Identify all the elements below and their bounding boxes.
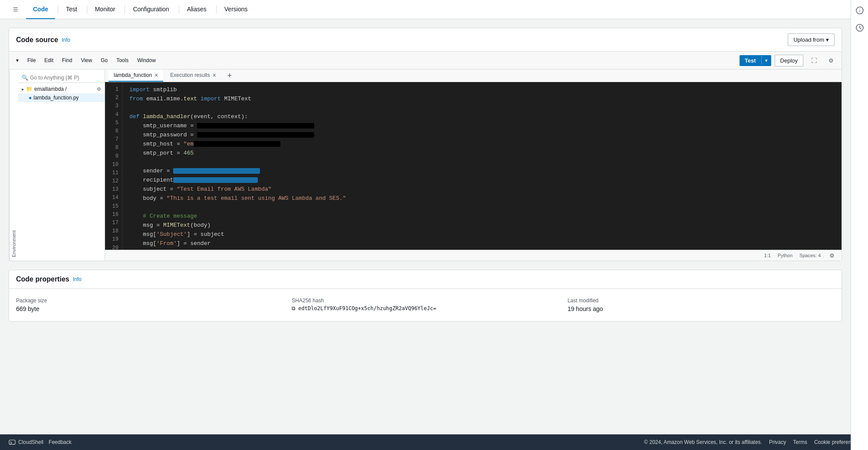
- tab-configuration[interactable]: Configuration: [126, 0, 176, 19]
- toolbar-right: Test ▾ Deploy ⛶ ⚙: [740, 53, 838, 67]
- file-icon: ●: [29, 95, 32, 101]
- file-name: lambda_function.py: [33, 95, 79, 101]
- nav-divider-1: [58, 5, 58, 14]
- sha256-text: edtDlo2LfY9XuF91COg+x5ch/hzuhgZR2aVQ96Yl…: [298, 305, 436, 311]
- folder-name: emaillambda /: [34, 86, 67, 92]
- code-source-title-text: Code source: [16, 36, 58, 44]
- collapse-btn[interactable]: ▾: [13, 56, 22, 65]
- cloudshell-item[interactable]: CloudShell: [9, 439, 43, 446]
- file-tree-wrapper: Environment 🔍 ▸ 📁 emaillambda / ⚙ ● l: [9, 69, 105, 261]
- tab-aliases[interactable]: Aliases: [180, 0, 214, 19]
- code-source-header: Code source Info Upload from ▾: [9, 28, 842, 52]
- upload-from-button[interactable]: Upload from ▾: [788, 33, 835, 46]
- tab-close-exec[interactable]: ×: [213, 72, 216, 78]
- find-menu[interactable]: Find: [59, 56, 76, 65]
- code-properties-header: Code properties Info: [9, 270, 842, 289]
- tab-versions[interactable]: Versions: [217, 0, 255, 19]
- status-bar: 1:1 Python Spaces: 4 ⚙: [105, 250, 842, 261]
- folder-icon: 📁: [26, 86, 33, 92]
- code-content: import smtplib from email.mime.text impo…: [122, 82, 842, 250]
- editor-tabs: lambda_function × Execution results × +: [105, 69, 842, 82]
- editor-settings-button[interactable]: ⚙: [824, 53, 838, 67]
- folder-expand-icon: ▸: [22, 86, 24, 92]
- cloudshell-icon-svg: [9, 439, 16, 446]
- info-icon-side[interactable]: i: [853, 3, 867, 17]
- cloudshell-label: CloudShell: [18, 439, 43, 445]
- privacy-link[interactable]: Privacy: [769, 439, 786, 445]
- last-modified-value: 19 hours ago: [568, 305, 835, 312]
- footer: CloudShell Feedback © 2024, Amazon Web S…: [0, 434, 868, 450]
- last-modified-item: Last modified 19 hours ago: [568, 298, 835, 312]
- code-source-info-badge[interactable]: Info: [62, 37, 70, 43]
- add-tab-button[interactable]: +: [225, 70, 235, 81]
- file-menu[interactable]: File: [24, 56, 39, 65]
- window-menu[interactable]: Window: [134, 56, 159, 65]
- nav-divider-5: [216, 5, 217, 14]
- copy-icon[interactable]: ⧉: [292, 305, 296, 311]
- clock-icon-side[interactable]: [853, 21, 867, 35]
- editor-tab-lambda-function[interactable]: lambda_function ×: [108, 69, 163, 82]
- upload-chevron-icon: ▾: [826, 36, 829, 43]
- editor-main: lambda_function × Execution results × + …: [105, 69, 842, 261]
- nav-divider-3: [125, 5, 125, 14]
- terms-link[interactable]: Terms: [793, 439, 807, 445]
- tab-label-exec: Execution results: [170, 72, 210, 78]
- tab-monitor[interactable]: Monitor: [88, 0, 122, 19]
- test-dropdown-button[interactable]: ▾: [762, 56, 771, 66]
- tab-label-lambda: lambda_function: [114, 72, 152, 78]
- nav-divider-2: [87, 5, 87, 14]
- test-button[interactable]: Test: [740, 55, 761, 66]
- deploy-button[interactable]: Deploy: [775, 55, 803, 66]
- code-editor[interactable]: 12345 678910 1112131415 1617181920 21222…: [105, 82, 842, 250]
- sha256-value: ⧉ edtDlo2LfY9XuF91COg+x5ch/hzuhgZR2aVQ96…: [292, 305, 559, 311]
- fullscreen-button[interactable]: ⛶: [807, 53, 821, 67]
- feedback-link[interactable]: Feedback: [49, 439, 72, 445]
- file-item-lambda-function[interactable]: ● lambda_function.py: [18, 93, 105, 102]
- language-indicator: Python: [778, 253, 792, 258]
- tab-code[interactable]: Code: [26, 0, 55, 19]
- environment-label: Environment: [9, 69, 18, 261]
- code-source-title: Code source Info: [16, 36, 70, 44]
- folder-item-emaillambda[interactable]: ▸ 📁 emaillambda / ⚙: [18, 85, 105, 93]
- sha256-item: SHA256 hash ⧉ edtDlo2LfY9XuF91COg+x5ch/h…: [292, 298, 559, 312]
- go-menu[interactable]: Go: [97, 56, 111, 65]
- spaces-indicator: Spaces: 4: [799, 253, 821, 258]
- footer-left: CloudShell Feedback: [9, 439, 72, 446]
- status-settings-icon[interactable]: ⚙: [828, 251, 836, 260]
- test-button-group: Test ▾: [740, 55, 771, 66]
- main-content: Code source Info Upload from ▾ ▾ File Ed…: [0, 19, 868, 434]
- nav-divider-4: [179, 5, 179, 14]
- menu-icon[interactable]: ☰: [9, 3, 23, 17]
- cursor-position: 1:1: [764, 253, 771, 258]
- code-properties-body: Package size 669 byte SHA256 hash ⧉ edtD…: [9, 289, 842, 321]
- sha256-label: SHA256 hash: [292, 298, 559, 304]
- editor-tab-execution-results[interactable]: Execution results ×: [165, 69, 221, 82]
- footer-right: © 2024, Amazon Web Services, Inc. or its…: [644, 439, 859, 445]
- top-navigation: ☰ Code Test Monitor Configuration Aliase…: [0, 0, 868, 19]
- last-modified-label: Last modified: [568, 298, 835, 304]
- code-properties-title: Code properties: [16, 275, 69, 283]
- svg-text:i: i: [859, 8, 860, 13]
- file-tree: 🔍 ▸ 📁 emaillambda / ⚙ ● lambda_function.…: [18, 69, 105, 261]
- package-size-item: Package size 669 byte: [16, 298, 283, 312]
- editor-area: Environment 🔍 ▸ 📁 emaillambda / ⚙ ● l: [9, 69, 842, 261]
- line-numbers: 12345 678910 1112131415 1617181920 21222…: [105, 82, 122, 250]
- search-input[interactable]: [30, 75, 101, 81]
- footer-copyright: © 2024, Amazon Web Services, Inc. or its…: [644, 439, 762, 445]
- code-properties-panel: Code properties Info Package size 669 by…: [9, 270, 842, 321]
- side-icons-panel: i: [851, 0, 868, 450]
- view-menu[interactable]: View: [77, 56, 95, 65]
- upload-from-label: Upload from: [793, 36, 824, 43]
- package-size-value: 669 byte: [16, 305, 283, 312]
- tab-close-lambda[interactable]: ×: [155, 72, 158, 78]
- code-properties-info-badge[interactable]: Info: [73, 276, 82, 282]
- tools-menu[interactable]: Tools: [113, 56, 132, 65]
- code-source-panel: Code source Info Upload from ▾ ▾ File Ed…: [9, 28, 842, 261]
- search-icon: 🔍: [22, 75, 28, 81]
- tab-test[interactable]: Test: [59, 0, 84, 19]
- folder-settings-icon[interactable]: ⚙: [97, 86, 101, 92]
- package-size-label: Package size: [16, 298, 283, 304]
- file-tree-search: 🔍: [18, 73, 105, 83]
- editor-toolbar: ▾ File Edit Find View Go Tools Window Te…: [9, 52, 842, 69]
- edit-menu[interactable]: Edit: [41, 56, 57, 65]
